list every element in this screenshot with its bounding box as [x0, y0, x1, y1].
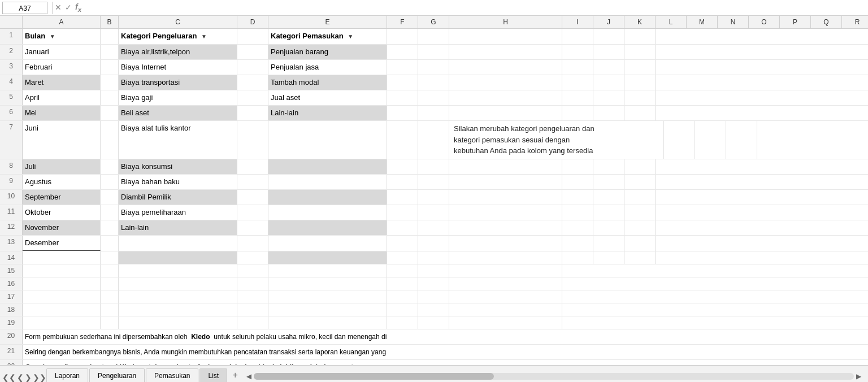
cell-e18[interactable] [268, 303, 387, 316]
cell-c19[interactable] [119, 316, 237, 329]
cell-b2[interactable] [101, 45, 119, 59]
cell-d4[interactable] [237, 75, 268, 90]
last-sheet-arrow[interactable]: ❯❯ [33, 373, 46, 382]
scroll-left-icon[interactable]: ◀ [246, 372, 251, 380]
cell-f19[interactable] [387, 316, 418, 329]
cell-c16[interactable] [119, 277, 237, 290]
cell-g5[interactable] [418, 90, 449, 105]
cell-c15[interactable] [119, 264, 237, 277]
cell-k7[interactable] [726, 121, 757, 159]
cell-b7[interactable] [101, 121, 119, 159]
col-header-e[interactable]: E [268, 16, 387, 28]
cell-c11[interactable]: Biaya pemeliharaan [119, 205, 237, 220]
cell-f12[interactable] [387, 220, 418, 235]
cell-d1[interactable] [237, 29, 268, 44]
cell-f16[interactable] [387, 277, 418, 290]
cell-f10[interactable] [387, 190, 418, 205]
cell-k3[interactable] [624, 60, 656, 75]
cell-c17[interactable] [119, 290, 237, 303]
cell-a17[interactable] [23, 290, 101, 303]
cell-e6[interactable]: Lain-lain [268, 106, 387, 120]
cell-f18[interactable] [387, 303, 418, 316]
cell-g12[interactable] [418, 220, 449, 235]
cell-i11[interactable] [562, 205, 593, 220]
cell-c5[interactable]: Biaya gaji [119, 90, 237, 105]
cell-k9[interactable] [624, 175, 656, 189]
cell-j7[interactable] [695, 121, 726, 159]
cell-g3[interactable] [418, 60, 449, 75]
cell-c1[interactable]: Kategori Pengeluaran ▼ [119, 29, 237, 44]
cell-g4[interactable] [418, 75, 449, 90]
cell-i4[interactable] [562, 75, 593, 90]
confirm-icon[interactable]: ✓ [65, 3, 72, 12]
cell-e19[interactable] [268, 316, 387, 329]
cell-a1[interactable]: Bulan ▼ [23, 29, 101, 44]
prev-sheet-arrow[interactable]: ❮ [17, 373, 24, 382]
cell-d12[interactable] [237, 220, 268, 235]
col-header-c[interactable]: C [119, 16, 237, 28]
cell-c7[interactable]: Biaya alat tulis kantor [119, 121, 237, 159]
scroll-right-icon[interactable]: ▶ [856, 372, 861, 380]
cell-e13[interactable] [268, 236, 387, 251]
cell-c6[interactable]: Beli aset [119, 106, 237, 120]
cell-d8[interactable] [237, 159, 268, 174]
cell-a14[interactable] [23, 251, 101, 264]
cancel-icon[interactable]: ✕ [55, 3, 62, 12]
col-header-n[interactable]: N [718, 16, 749, 28]
cell-f11[interactable] [387, 205, 418, 220]
cell-c13[interactable] [119, 236, 237, 251]
cell-b12[interactable] [101, 220, 119, 235]
cell-k13[interactable] [624, 236, 656, 251]
cell-j8[interactable] [593, 159, 624, 174]
cell-j4[interactable] [593, 75, 624, 90]
cell-f5[interactable] [387, 90, 418, 105]
cell-a3[interactable]: Februari [23, 60, 101, 75]
cell-k11[interactable] [624, 205, 656, 220]
cell-j5[interactable] [593, 90, 624, 105]
cell-d3[interactable] [237, 60, 268, 75]
cell-g6[interactable] [418, 106, 449, 120]
cell-b17[interactable] [101, 290, 119, 303]
col-header-g[interactable]: G [418, 16, 449, 28]
cell-i6[interactable] [562, 106, 593, 120]
cell-g2[interactable] [418, 45, 449, 59]
col-header-a[interactable]: A [23, 16, 101, 28]
cell-a5[interactable]: April [23, 90, 101, 105]
cell-b13[interactable] [101, 236, 119, 251]
pengeluaran-filter-icon[interactable]: ▼ [201, 31, 207, 43]
cell-k8[interactable] [624, 159, 656, 174]
cell-g8[interactable] [418, 159, 449, 174]
cell-c2[interactable]: Biaya air,listrik,telpon [119, 45, 237, 59]
cell-d9[interactable] [237, 175, 268, 189]
cell-b11[interactable] [101, 205, 119, 220]
cell-k6[interactable] [624, 106, 656, 120]
cell-f9[interactable] [387, 175, 418, 189]
cell-i5[interactable] [562, 90, 593, 105]
cell-j14[interactable] [593, 251, 624, 264]
cell-g18[interactable] [418, 303, 449, 316]
pemasukan-filter-icon[interactable]: ▼ [348, 31, 353, 43]
cell-b16[interactable] [101, 277, 119, 290]
cell-i3[interactable] [562, 60, 593, 75]
col-header-p[interactable]: P [780, 16, 811, 28]
cell-b18[interactable] [101, 303, 119, 316]
tab-list[interactable]: List [199, 368, 227, 382]
cell-e17[interactable] [268, 290, 387, 303]
cell-k2[interactable] [624, 45, 656, 59]
cell-g16[interactable] [418, 277, 449, 290]
cell-b9[interactable] [101, 175, 119, 189]
cell-b3[interactable] [101, 60, 119, 75]
cell-j12[interactable] [593, 220, 624, 235]
cell-f8[interactable] [387, 159, 418, 174]
cell-f14[interactable] [387, 251, 418, 264]
cell-a19[interactable] [23, 316, 101, 329]
cell-f17[interactable] [387, 290, 418, 303]
first-sheet-arrow[interactable]: ❮❮ [2, 373, 16, 382]
cell-d10[interactable] [237, 190, 268, 205]
cell-i9[interactable] [562, 175, 593, 189]
col-header-h[interactable]: H [449, 16, 562, 28]
cell-i12[interactable] [562, 220, 593, 235]
cell-b14[interactable] [101, 251, 119, 264]
add-sheet-button[interactable]: + [228, 368, 242, 382]
formula-input[interactable] [81, 2, 866, 14]
